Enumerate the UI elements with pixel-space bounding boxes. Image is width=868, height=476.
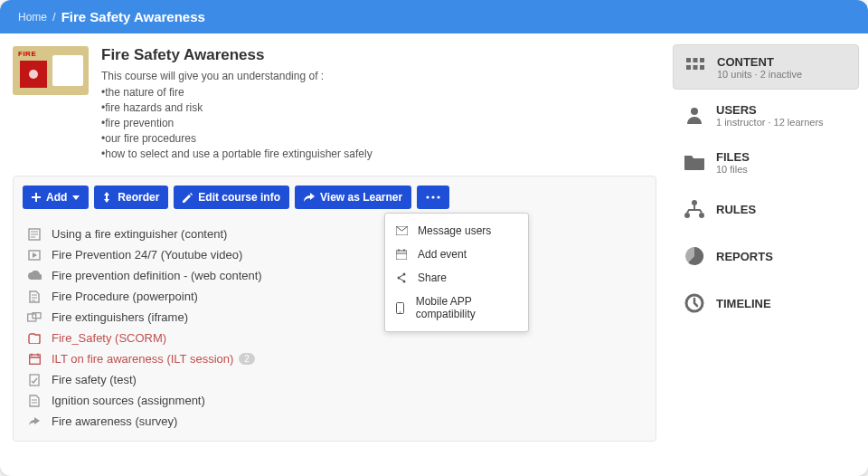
menu-label: Add event (418, 248, 467, 261)
reorder-label: Reorder (118, 191, 159, 204)
edit-label: Edit course info (198, 191, 280, 204)
unit-label: Fire Procedure (powerpoint) (52, 290, 198, 303)
pencil-icon (183, 193, 193, 203)
side-content-title: CONTENT (717, 55, 802, 69)
svg-rect-18 (700, 58, 704, 62)
svg-rect-20 (693, 65, 698, 70)
rules-icon (682, 196, 707, 222)
add-button[interactable]: Add (23, 186, 89, 209)
thumb-fire-label: FIRE (18, 50, 36, 58)
svg-point-1 (432, 195, 435, 198)
svg-point-9 (400, 311, 401, 312)
unit-badge: 2 (239, 353, 255, 365)
svg-point-24 (684, 213, 690, 218)
unit-label: Fire safety (test) (52, 373, 137, 386)
side-reports[interactable]: REPORTS (673, 234, 859, 278)
unit-row[interactable]: Fire Procedure (powerpoint) (24, 286, 646, 307)
pie-icon (682, 243, 707, 269)
cloud-icon (26, 271, 42, 281)
svg-rect-16 (686, 58, 691, 62)
plus-icon (32, 193, 41, 202)
menu-mobile-compat[interactable]: Mobile APP compatibility (385, 290, 528, 326)
ellipsis-icon (426, 195, 440, 199)
unit-label: Fire_Safety (SCORM) (52, 331, 166, 345)
unit-row[interactable]: Fire safety (test) (24, 369, 646, 390)
unit-row[interactable]: Ignition sources (assignment) (24, 390, 646, 411)
side-nav: CONTENT10 units · 2 inactive USERS1 inst… (669, 33, 868, 475)
breadcrumb-separator: / (52, 10, 56, 24)
side-rules[interactable]: RULES (673, 187, 859, 231)
side-users-title: USERS (716, 103, 824, 117)
svg-rect-4 (396, 251, 407, 260)
unit-row[interactable]: Fire prevention definition - (web conten… (24, 265, 646, 286)
unit-label: Fire awareness (survey) (52, 414, 177, 428)
side-content[interactable]: CONTENT10 units · 2 inactive (673, 44, 859, 90)
menu-add-event[interactable]: Add event (385, 243, 528, 266)
test-icon (26, 374, 42, 386)
svg-rect-12 (28, 314, 36, 321)
course-bullet: •fire prevention (101, 117, 373, 129)
toolbar: Add Reorder Edit course info View as Lea… (13, 176, 656, 442)
unit-label: Fire prevention definition - (web conten… (52, 269, 262, 282)
scorm-icon (26, 333, 42, 344)
svg-rect-17 (693, 58, 698, 62)
svg-point-0 (427, 195, 429, 198)
course-thumbnail: FIRE (13, 46, 89, 95)
side-users-sub: 1 instructor · 12 learners (716, 117, 824, 128)
side-content-sub: 10 units · 2 inactive (717, 69, 802, 80)
breadcrumb: Home / Fire Safety Awareness (0, 0, 868, 33)
unit-row[interactable]: Using a fire extinguisher (content) (24, 224, 646, 244)
menu-share[interactable]: Share (385, 266, 528, 290)
course-bullet: •fire hazards and risk (101, 101, 373, 114)
ilt-icon (26, 353, 42, 365)
svg-rect-19 (686, 65, 691, 70)
svg-point-25 (699, 213, 704, 218)
survey-icon (26, 417, 42, 426)
menu-label: Mobile APP compatibility (416, 295, 517, 320)
menu-label: Message users (418, 224, 491, 237)
unit-label: Ignition sources (assignment) (52, 394, 205, 407)
course-bullet: •how to select and use a portable fire e… (101, 148, 373, 160)
side-timeline-title: TIMELINE (716, 297, 771, 310)
view-as-learner-button[interactable]: View as Learner (295, 186, 411, 209)
unit-row[interactable]: Fire Prevention 24/7 (Youtube video) (24, 244, 646, 265)
side-files-title: FILES (716, 150, 750, 164)
folder-icon (682, 149, 707, 175)
caret-down-icon (72, 195, 80, 200)
side-rules-title: RULES (716, 203, 756, 216)
edit-course-button[interactable]: Edit course info (174, 186, 289, 209)
course-title: Fire Safety Awareness (101, 46, 373, 64)
more-actions-button[interactable] (417, 186, 449, 209)
side-users[interactable]: USERS1 instructor · 12 learners (673, 93, 859, 137)
svg-rect-15 (30, 375, 39, 386)
unit-row[interactable]: Fire awareness (survey) (24, 411, 646, 432)
share-arrow-icon (304, 193, 315, 202)
view-label: View as Learner (320, 191, 402, 204)
course-lead: This course will give you an understandi… (101, 70, 373, 82)
unit-row[interactable]: Fire_Safety (SCORM) (24, 328, 646, 348)
reorder-icon (103, 192, 112, 203)
unit-list: Using a fire extinguisher (content)Fire … (23, 224, 646, 432)
reorder-button[interactable]: Reorder (94, 186, 168, 209)
course-bullet: •the nature of fire (101, 86, 373, 99)
side-files-sub: 10 files (716, 164, 750, 175)
video-icon (26, 250, 42, 261)
unit-row[interactable]: ILT on fire awareness (ILT session)2 (24, 348, 646, 369)
menu-message-users[interactable]: Message users (385, 219, 528, 243)
side-reports-title: REPORTS (716, 250, 773, 263)
breadcrumb-title: Fire Safety Awareness (61, 9, 205, 24)
side-files[interactable]: FILES10 files (673, 140, 859, 184)
add-label: Add (46, 191, 67, 204)
share-icon (396, 272, 410, 283)
side-timeline[interactable]: TIMELINE (673, 281, 859, 325)
svg-point-23 (692, 200, 697, 205)
ppt-icon (26, 290, 42, 303)
iframe-icon (26, 312, 42, 322)
unit-label: Fire Prevention 24/7 (Youtube video) (52, 248, 242, 262)
breadcrumb-home[interactable]: Home (18, 11, 47, 24)
unit-row[interactable]: Fire extinguishers (iframe) (24, 307, 646, 328)
user-icon (682, 102, 707, 128)
unit-label: ILT on fire awareness (ILT session) (52, 352, 233, 366)
unit-label: Using a fire extinguisher (content) (52, 227, 227, 241)
clock-icon (682, 290, 707, 316)
